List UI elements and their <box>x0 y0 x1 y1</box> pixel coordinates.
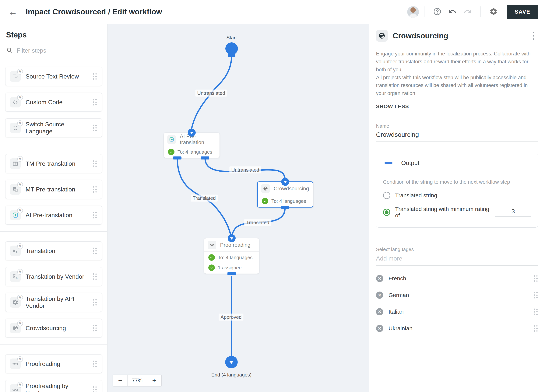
drag-handle-icon[interactable] <box>533 325 538 332</box>
back-button[interactable]: ← <box>8 7 18 17</box>
name-input[interactable] <box>376 129 538 141</box>
search-icon <box>6 47 13 54</box>
radio-selected-icon[interactable] <box>383 209 390 216</box>
canvas-node-proofreading[interactable]: Proofreading To: 4 languages 1 assignee <box>204 238 259 274</box>
start-output-port[interactable] <box>228 54 235 57</box>
avatar[interactable] <box>407 6 419 18</box>
node-row-text: To: 4 languages <box>218 255 253 261</box>
drag-handle-icon[interactable] <box>92 211 97 219</box>
drag-handle-icon[interactable] <box>92 247 97 255</box>
zoom-level: 77% <box>127 375 147 386</box>
sidebar-step-tm-pre-translation[interactable]: V TM Pre-translation <box>5 154 102 173</box>
sidebar-step-translation-by-api-vendor[interactable]: V Translation by API Vendor <box>5 293 102 312</box>
settings-button[interactable] <box>488 6 500 18</box>
filter-steps-input[interactable] <box>17 47 101 54</box>
drag-handle-icon[interactable] <box>92 160 97 167</box>
sidebar-step-proofreading-by-vendor[interactable]: V Proofreading by Vendor <box>5 380 102 392</box>
sidebar-step-mt-pre-translation[interactable]: V G MT Pre-translation <box>5 180 102 199</box>
sidebar-step-custom-code[interactable]: V Custom Code <box>5 93 102 112</box>
divider <box>480 6 481 17</box>
vendor-badge: V <box>17 382 23 388</box>
end-node[interactable] <box>225 356 238 368</box>
output-port[interactable] <box>173 156 181 159</box>
output-port[interactable] <box>281 206 289 209</box>
sidebar-step-crowdsourcing[interactable]: V Crowdsourcing <box>5 318 102 337</box>
edge-label: Untranslated <box>229 166 261 173</box>
zoom-out-button[interactable]: − <box>113 375 127 386</box>
radio-option-minimum-rating: Translated string with minimum rating of <box>383 206 531 219</box>
sidebar-step-switch-source-language[interactable]: V Switch Source Language <box>5 118 102 137</box>
name-label: Name <box>376 123 538 129</box>
step-label: Proofreading by Vendor <box>25 383 87 392</box>
radio-unselected-icon[interactable] <box>383 192 390 199</box>
remove-language-icon[interactable]: × <box>376 325 383 332</box>
node-title: Crowdsourcing <box>274 186 309 192</box>
drag-handle-icon[interactable] <box>92 73 97 80</box>
panel-header: Crowdsourcing <box>376 30 538 42</box>
drag-handle-icon[interactable] <box>533 308 538 316</box>
node-row: To: 4 languages <box>258 195 313 207</box>
remove-language-icon[interactable]: × <box>376 308 383 315</box>
drag-handle-icon[interactable] <box>92 124 97 132</box>
sidebar-step-proofreading[interactable]: V Proofreading <box>5 354 102 373</box>
edge-arrowhead-icon <box>281 178 289 186</box>
vendor-badge: V <box>17 208 23 213</box>
step-label: Crowdsourcing <box>25 325 87 332</box>
workflow-canvas[interactable]: Start Untranslated Untranslated Translat… <box>107 24 369 392</box>
redo-button[interactable] <box>462 6 474 18</box>
zoom-controls: − 77% + <box>113 375 162 386</box>
step-label: Translation <box>25 247 87 254</box>
show-less-button[interactable]: SHOW LESS <box>376 104 409 110</box>
minimum-rating-input[interactable] <box>495 208 531 217</box>
svg-text:A: A <box>16 251 18 254</box>
sidebar-step-translation-by-vendor[interactable]: V A Translation by Vendor <box>5 267 102 286</box>
output-port[interactable] <box>228 272 236 275</box>
drag-handle-icon[interactable] <box>92 273 97 280</box>
drag-handle-icon[interactable] <box>92 299 97 306</box>
save-button[interactable]: SAVE <box>507 5 538 19</box>
undo-icon <box>448 7 457 16</box>
end-label: End (4 languages) <box>211 372 252 378</box>
remove-language-icon[interactable]: × <box>376 292 383 299</box>
canvas-node-ai-pre-translation[interactable]: AI Pre-translation To: 4 languages <box>164 133 220 158</box>
filter-steps-field <box>5 47 102 58</box>
description-line: All projects with this workflow step wil… <box>376 74 538 98</box>
drag-handle-icon[interactable] <box>92 186 97 193</box>
drag-handle-icon[interactable] <box>92 386 97 392</box>
svg-text:A: A <box>16 276 18 280</box>
edge-arrowhead-icon <box>228 234 235 242</box>
glasses-icon <box>208 241 216 249</box>
node-row-text: To: 4 languages <box>178 149 212 155</box>
sidebar-step-source-text-review[interactable]: V Source Text Review <box>5 67 102 86</box>
vendor-badge: V <box>17 69 23 74</box>
zoom-in-button[interactable]: + <box>147 375 161 386</box>
drag-handle-icon[interactable] <box>92 360 97 368</box>
topbar-left: ← Impact Crowdsourced / Edit workflow <box>8 7 162 17</box>
start-node[interactable] <box>225 42 238 55</box>
node-row-text: To: 4 languages <box>271 198 306 204</box>
step-label: TM Pre-translation <box>25 160 87 167</box>
vendor-badge: V <box>17 156 23 162</box>
topbar-right: SAVE <box>407 5 538 19</box>
sidebar-step-translation[interactable]: V A Translation <box>5 241 102 260</box>
undo-button[interactable] <box>446 6 458 18</box>
drag-handle-icon[interactable] <box>533 291 538 299</box>
drag-handle-icon[interactable] <box>533 275 538 282</box>
drag-handle-icon[interactable] <box>92 324 97 332</box>
vendor-badge: V <box>17 356 23 362</box>
step-label: Translation by API Vendor <box>25 295 87 309</box>
output-port[interactable] <box>201 156 209 159</box>
add-language-input[interactable] <box>376 252 538 266</box>
remove-language-icon[interactable]: × <box>376 275 383 282</box>
kebab-menu-icon[interactable] <box>529 31 538 41</box>
language-row-italian: × Italian <box>376 303 538 320</box>
node-title: AI Pre-translation <box>180 133 216 146</box>
language-label: Italian <box>389 309 528 315</box>
drag-handle-icon[interactable] <box>92 98 97 106</box>
sidebar-step-ai-pre-translation[interactable]: V AI Pre-translation <box>5 206 102 225</box>
step-label: Proofreading <box>25 360 87 368</box>
canvas-node-crowdsourcing[interactable]: Crowdsourcing To: 4 languages <box>257 181 313 208</box>
help-button[interactable] <box>431 6 443 18</box>
vendor-badge: V <box>17 120 23 126</box>
output-card-body: Condition of the string to move to the n… <box>376 172 538 227</box>
